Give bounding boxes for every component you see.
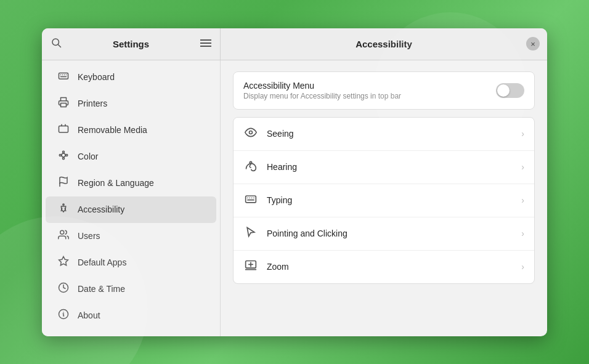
svg-point-15	[63, 157, 65, 159]
color-icon	[57, 150, 70, 164]
seeing-chevron: ›	[521, 129, 524, 139]
sidebar-item-printers[interactable]: Printers	[46, 91, 216, 117]
svg-point-0	[52, 39, 59, 46]
printers-label: Printers	[78, 99, 107, 108]
zoom-icon	[243, 259, 258, 275]
close-button[interactable]: ×	[526, 37, 540, 51]
toggle-knob	[497, 84, 510, 97]
nav-item-hearing[interactable]: Hearing›	[234, 151, 534, 184]
sidebar-item-users[interactable]: Users	[46, 223, 216, 249]
date-time-label: Date & Time	[78, 284, 125, 294]
seeing-label: Seeing	[267, 129, 513, 139]
svg-rect-5	[59, 73, 68, 79]
about-icon	[57, 309, 70, 323]
about-label: About	[78, 310, 100, 320]
sidebar-item-removable-media[interactable]: Removable Media	[46, 117, 216, 144]
zoom-label: Zoom	[267, 262, 513, 272]
default-apps-label: Default Apps	[78, 257, 126, 267]
date-time-icon	[57, 282, 70, 296]
sidebar-item-default-apps[interactable]: Default Apps	[46, 249, 216, 276]
sidebar: KeyboardPrintersRemovable MediaColorRegi…	[42, 60, 221, 336]
svg-point-20	[60, 230, 64, 234]
panel-title: Accessibility	[355, 39, 412, 49]
svg-point-19	[63, 203, 64, 204]
pointing-clicking-chevron: ›	[521, 229, 524, 238]
sidebar-title: Settings	[68, 39, 194, 49]
accessibility-nav-list: Seeing›Hearing›Typing›Pointing and Click…	[233, 117, 535, 284]
svg-point-16	[59, 154, 61, 156]
nav-item-zoom[interactable]: Zoom›	[234, 251, 534, 283]
accessibility-menu-card: Accessibility Menu Display menu for Acce…	[233, 71, 535, 110]
keyboard-label: Keyboard	[78, 72, 115, 82]
svg-point-22	[59, 283, 68, 292]
sidebar-item-keyboard[interactable]: Keyboard	[46, 64, 216, 91]
accessibility-label: Accessibility	[78, 204, 124, 214]
sidebar-item-accessibility[interactable]: Accessibility	[46, 196, 216, 223]
typing-chevron: ›	[521, 195, 524, 205]
typing-icon	[243, 193, 258, 208]
svg-rect-27	[246, 196, 256, 203]
nav-item-seeing[interactable]: Seeing›	[234, 118, 534, 151]
titlebar: Settings Accessibility ×	[42, 28, 547, 60]
printers-icon	[57, 97, 70, 111]
window-body: KeyboardPrintersRemovable MediaColorRegi…	[42, 60, 547, 336]
svg-point-17	[62, 153, 65, 157]
accessibility-icon	[57, 203, 70, 217]
color-label: Color	[78, 152, 98, 161]
nav-item-typing[interactable]: Typing›	[234, 184, 534, 217]
sidebar-item-color[interactable]: Color	[46, 144, 216, 170]
hearing-icon	[243, 160, 258, 175]
hamburger-icon[interactable]	[200, 38, 211, 51]
sidebar-item-region[interactable]: Region & Language	[46, 170, 216, 196]
typing-label: Typing	[267, 195, 513, 205]
svg-point-26	[250, 161, 251, 163]
svg-line-1	[59, 44, 61, 47]
svg-marker-21	[59, 256, 68, 265]
svg-point-14	[66, 154, 68, 156]
seeing-icon	[243, 126, 258, 142]
keyboard-icon	[57, 70, 70, 84]
region-label: Region & Language	[78, 178, 154, 188]
svg-rect-11	[61, 103, 67, 107]
removable-media-label: Removable Media	[78, 125, 147, 135]
svg-point-23	[59, 309, 68, 318]
main-content: Accessibility Menu Display menu for Acce…	[221, 60, 547, 336]
acc-menu-subtitle: Display menu for Accessibility settings …	[243, 92, 401, 100]
hearing-chevron: ›	[521, 162, 524, 172]
sidebar-item-about[interactable]: About	[46, 302, 216, 329]
sidebar-item-date-time[interactable]: Date & Time	[46, 276, 216, 302]
nav-item-pointing-clicking[interactable]: Pointing and Clicking›	[234, 217, 534, 251]
sidebar-header: Settings	[42, 28, 221, 60]
users-label: Users	[78, 231, 100, 241]
main-header: Accessibility ×	[221, 28, 547, 60]
default-apps-icon	[57, 256, 70, 270]
svg-point-13	[63, 151, 65, 153]
svg-point-25	[250, 131, 253, 134]
users-icon	[57, 229, 70, 243]
zoom-chevron: ›	[521, 262, 524, 272]
region-icon	[57, 176, 70, 190]
acc-menu-text: Accessibility Menu Display menu for Acce…	[243, 81, 401, 100]
svg-rect-12	[59, 126, 68, 132]
acc-menu-title: Accessibility Menu	[243, 81, 401, 91]
accessibility-menu-toggle[interactable]	[496, 83, 524, 98]
search-icon[interactable]	[51, 37, 62, 51]
settings-window: Settings Accessibility × KeyboardPrinter…	[42, 28, 547, 336]
hearing-label: Hearing	[267, 162, 513, 172]
pointing-clicking-label: Pointing and Clicking	[267, 229, 513, 238]
removable-media-icon	[57, 123, 70, 137]
pointing-clicking-icon	[243, 226, 258, 241]
